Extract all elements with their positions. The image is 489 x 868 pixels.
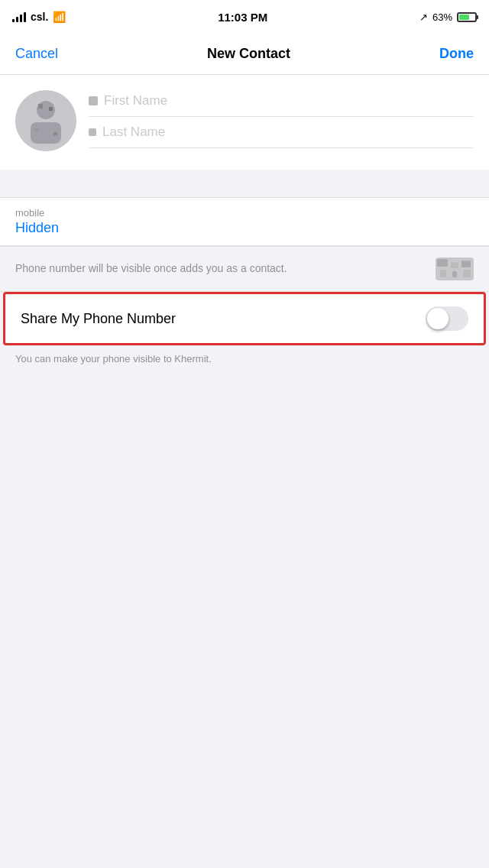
cancel-button[interactable]: Cancel xyxy=(15,46,58,62)
avatar[interactable] xyxy=(15,90,76,151)
first-name-area xyxy=(89,93,474,108)
signal-bar-2 xyxy=(16,17,18,22)
section-separator-1 xyxy=(0,170,489,197)
svg-rect-3 xyxy=(38,104,43,108)
battery-shape xyxy=(457,12,477,22)
phone-value: Hidden xyxy=(15,220,474,236)
share-phone-row: Share My Phone Number xyxy=(3,292,486,345)
share-phone-label: Share My Phone Number xyxy=(21,311,176,327)
first-name-row xyxy=(89,93,474,117)
signal-icon xyxy=(12,11,26,22)
battery-percent: 63% xyxy=(432,11,452,23)
svg-rect-4 xyxy=(49,107,53,111)
battery-icon xyxy=(457,12,477,22)
status-right: ↗ 63% xyxy=(419,11,477,23)
location-icon: ↗ xyxy=(419,11,428,23)
svg-rect-12 xyxy=(463,270,471,277)
svg-rect-10 xyxy=(440,270,446,277)
svg-rect-7 xyxy=(437,259,448,267)
status-time: 11:03 PM xyxy=(218,11,267,24)
last-name-area xyxy=(89,125,474,140)
done-button[interactable]: Done xyxy=(439,46,474,62)
page-title: New Contact xyxy=(207,46,290,62)
signal-bar-3 xyxy=(20,15,22,22)
signal-bar-4 xyxy=(24,12,26,22)
toggle-knob xyxy=(427,308,449,329)
svg-rect-6 xyxy=(53,132,57,135)
phone-section: mobile Hidden xyxy=(0,197,489,247)
status-left: csl. 📶 xyxy=(12,11,66,23)
last-name-input[interactable] xyxy=(102,125,474,140)
navigation-bar: Cancel New Contact Done xyxy=(0,34,489,75)
carrier-label: csl. xyxy=(31,11,48,23)
last-name-icon xyxy=(89,128,96,136)
phone-type-label: mobile xyxy=(15,207,474,219)
avatar-image xyxy=(15,90,76,151)
svg-rect-5 xyxy=(35,128,38,131)
first-name-icon xyxy=(89,96,98,105)
svg-rect-11 xyxy=(452,271,457,277)
battery-fill xyxy=(459,15,469,20)
wifi-icon: 📶 xyxy=(53,11,66,23)
first-name-input[interactable] xyxy=(104,93,474,108)
share-phone-toggle[interactable] xyxy=(426,306,468,331)
signal-bar-1 xyxy=(12,19,15,22)
phone-row: mobile Hidden xyxy=(0,198,489,246)
bottom-area xyxy=(0,381,489,611)
contact-form xyxy=(0,75,489,170)
name-fields xyxy=(89,93,474,148)
hidden-notice-text: Phone number will be visible once adds y… xyxy=(15,261,426,277)
svg-rect-9 xyxy=(461,261,471,267)
hidden-notice: Phone number will be visible once adds y… xyxy=(0,247,489,292)
hidden-notice-icon xyxy=(436,257,474,280)
share-phone-note: You can make your phone visible to Kherm… xyxy=(0,345,489,381)
status-bar: csl. 📶 11:03 PM ↗ 63% xyxy=(0,0,489,34)
last-name-row xyxy=(89,117,474,148)
share-phone-section: Share My Phone Number xyxy=(0,292,489,345)
share-phone-note-text: You can make your phone visible to Kherm… xyxy=(15,353,212,364)
hidden-icon-graphic xyxy=(436,257,474,280)
svg-rect-8 xyxy=(451,262,458,268)
